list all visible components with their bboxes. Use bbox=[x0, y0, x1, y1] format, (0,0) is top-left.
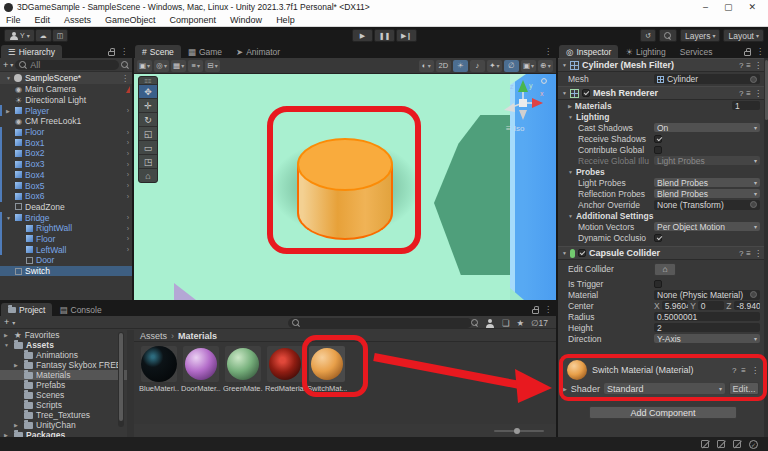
layers-dropdown[interactable]: Layers▾ bbox=[680, 29, 721, 42]
light-probes-dropdown[interactable]: Blend Probes▾ bbox=[654, 178, 760, 187]
asset-doormaterial[interactable]: DoorMater... bbox=[182, 346, 220, 424]
kebab-menu-icon[interactable]: ⋮ bbox=[754, 61, 762, 70]
project-search-input[interactable] bbox=[288, 318, 472, 328]
hierarchy-item-box1[interactable]: Box1› bbox=[0, 137, 132, 148]
hierarchy-item-floor[interactable]: Floor› bbox=[0, 127, 132, 138]
asset-greenmaterial[interactable]: GreenMate... bbox=[224, 346, 262, 424]
play-button[interactable]: ▶ bbox=[352, 29, 373, 42]
project-tree-scrollbar[interactable] bbox=[118, 332, 124, 427]
physic-material-field[interactable]: None (Physic Material) bbox=[654, 290, 760, 300]
camera-settings-button[interactable]: ▣▾ bbox=[521, 60, 536, 72]
chevron-down-icon[interactable]: ▾ bbox=[10, 61, 13, 68]
object-picker-icon[interactable] bbox=[750, 291, 757, 298]
scene-header-row[interactable]: ▼ SampleScene* ⋮ bbox=[0, 72, 132, 84]
prefab-open-icon[interactable]: › bbox=[127, 161, 129, 168]
foldout-icon[interactable]: ▼ bbox=[568, 169, 573, 175]
hierarchy-item-bridge[interactable]: ▼Bridge› bbox=[0, 212, 132, 223]
menu-help[interactable]: Help bbox=[276, 15, 295, 25]
kebab-menu-icon[interactable]: ⋮ bbox=[751, 366, 759, 375]
hierarchy-item-door[interactable]: Door bbox=[0, 255, 132, 266]
thumbnail-size-slider[interactable] bbox=[494, 427, 544, 434]
hierarchy-item-leftwall[interactable]: LeftWall› bbox=[0, 244, 132, 255]
draw-mode-button[interactable]: ◐▾ bbox=[419, 60, 434, 72]
foldout-icon[interactable]: ▼ bbox=[562, 250, 567, 256]
additional-settings-foldout-row[interactable]: ▼ Additional Settings bbox=[558, 210, 768, 221]
kebab-menu-icon[interactable]: ⋮ bbox=[756, 47, 764, 56]
tab-lighting[interactable]: ☀Lighting bbox=[618, 45, 672, 58]
hierarchy-item-player[interactable]: ▶Player› bbox=[0, 105, 132, 116]
cast-shadows-dropdown[interactable]: On▾ bbox=[654, 123, 760, 132]
step-button[interactable]: ▶❙ bbox=[396, 29, 417, 42]
hierarchy-item-main-camera[interactable]: ◉Main Camera bbox=[0, 84, 132, 95]
capsule-collider-header[interactable]: ▼ Capsule Collider ? ≡ ⋮ bbox=[558, 246, 768, 260]
presets-icon[interactable]: ≡ bbox=[746, 249, 751, 258]
hierarchy-item-box5[interactable]: Box5› bbox=[0, 180, 132, 191]
component-enabled-checkbox[interactable] bbox=[578, 249, 586, 257]
2d-mode-button[interactable]: 2D bbox=[436, 60, 451, 72]
drag-handle-icon[interactable]: ≡≡ bbox=[139, 77, 157, 84]
activity-check-icon[interactable]: ✓ bbox=[749, 440, 758, 449]
shader-edit-button[interactable]: Edit... bbox=[729, 382, 759, 395]
maximize-button[interactable]: ▢ bbox=[724, 2, 733, 12]
center-y-field[interactable]: 0 bbox=[698, 301, 724, 310]
presets-icon[interactable]: ≡ bbox=[746, 61, 751, 70]
tab-services[interactable]: Services bbox=[673, 45, 720, 58]
foldout-icon[interactable]: ▶ bbox=[14, 362, 18, 368]
hidden-count-badge[interactable]: ∅17 bbox=[531, 318, 548, 328]
effects-button[interactable]: ✦▾ bbox=[487, 60, 502, 72]
search-by-label-icon[interactable]: ❏ bbox=[502, 318, 510, 328]
shader-dropdown[interactable]: Standard▾ bbox=[604, 383, 725, 394]
add-gameobject-button[interactable]: + bbox=[3, 60, 8, 70]
tree-item-favorites[interactable]: ▶★Favorites bbox=[0, 330, 127, 340]
scene-lighting-button[interactable]: ☀ bbox=[453, 60, 468, 72]
prefab-open-icon[interactable]: › bbox=[127, 246, 129, 253]
foldout-icon[interactable]: ▶ bbox=[563, 386, 567, 392]
hierarchy-item-cm-freelook[interactable]: ◉CM FreeLook1 bbox=[0, 116, 132, 127]
foldout-icon[interactable]: ▼ bbox=[562, 90, 567, 96]
asset-bluematerial[interactable]: BlueMateri... bbox=[140, 346, 178, 424]
create-asset-button[interactable]: + bbox=[4, 317, 9, 327]
breadcrumb-materials[interactable]: Materials bbox=[178, 331, 217, 341]
radius-field[interactable]: 0.5000001 bbox=[654, 312, 760, 321]
tool-handle-position-button[interactable]: ▣▾ bbox=[137, 60, 152, 72]
hierarchy-item-deadzone[interactable]: DeadZone bbox=[0, 202, 132, 213]
menu-component[interactable]: Component bbox=[170, 15, 217, 25]
motion-vectors-dropdown[interactable]: Per Object Motion▾ bbox=[654, 222, 760, 231]
center-x-field[interactable]: 5.9604 bbox=[662, 301, 688, 310]
prefab-open-icon[interactable]: › bbox=[127, 235, 129, 242]
help-icon[interactable]: ? bbox=[739, 61, 743, 70]
hierarchy-item-box4[interactable]: Box4› bbox=[0, 170, 132, 181]
foldout-icon[interactable]: ▶ bbox=[568, 103, 572, 109]
search-by-type-icon[interactable] bbox=[471, 319, 479, 327]
mesh-filter-header[interactable]: ▼ Cylinder (Mesh Filter) ? ≡ ⋮ bbox=[558, 58, 768, 72]
tab-animator[interactable]: ➤Animator bbox=[229, 45, 287, 58]
scene-viewport[interactable]: ≡≡ ✥ ✛ ↻ ◱ ▭ ◳ ⌂ y x z ≡ Iso bbox=[134, 74, 556, 300]
tree-item-fantasy-skybox[interactable]: ▶Fantasy Skybox FREE bbox=[0, 360, 127, 370]
tree-item-assets[interactable]: ▼Assets bbox=[0, 340, 127, 350]
tool-handle-rotation-button[interactable]: ◎▾ bbox=[154, 60, 169, 72]
scene-audio-button[interactable]: ♪ bbox=[470, 60, 485, 72]
account-button[interactable]: Y ▾ bbox=[4, 29, 35, 42]
hierarchy-item-switch[interactable]: Switch bbox=[0, 266, 132, 277]
tree-item-scripts[interactable]: Scripts bbox=[0, 400, 127, 410]
prefab-open-icon[interactable]: › bbox=[127, 107, 129, 114]
receive-shadows-checkbox[interactable] bbox=[654, 135, 662, 143]
component-enabled-checkbox[interactable] bbox=[582, 89, 590, 97]
center-z-field[interactable]: -8.940 bbox=[734, 301, 760, 310]
asset-switchmaterial[interactable]: SwitchMat... bbox=[308, 346, 346, 424]
hierarchy-item-floor-child[interactable]: Floor› bbox=[0, 234, 132, 245]
foldout-icon[interactable]: ▼ bbox=[6, 75, 11, 81]
kebab-menu-icon[interactable]: ⋮ bbox=[120, 47, 128, 56]
gizmos-button[interactable]: ⊕▾ bbox=[538, 60, 553, 72]
tree-item-packages[interactable]: ▶Packages bbox=[0, 430, 127, 437]
warning-muted-icon[interactable] bbox=[717, 440, 725, 448]
asset-redmaterial[interactable]: RedMateria... bbox=[266, 346, 304, 424]
prefab-open-icon[interactable]: › bbox=[127, 225, 129, 232]
grid-snapping-button[interactable]: ▦▾ bbox=[171, 60, 186, 72]
foldout-icon[interactable]: ▶ bbox=[14, 422, 18, 428]
transform-tool-button[interactable]: ◳ bbox=[139, 154, 157, 168]
menu-window[interactable]: Window bbox=[230, 15, 262, 25]
search-button[interactable] bbox=[659, 29, 677, 42]
presets-icon[interactable]: ≡ bbox=[741, 366, 746, 375]
scene-visibility-button[interactable]: ∅ bbox=[504, 60, 519, 72]
